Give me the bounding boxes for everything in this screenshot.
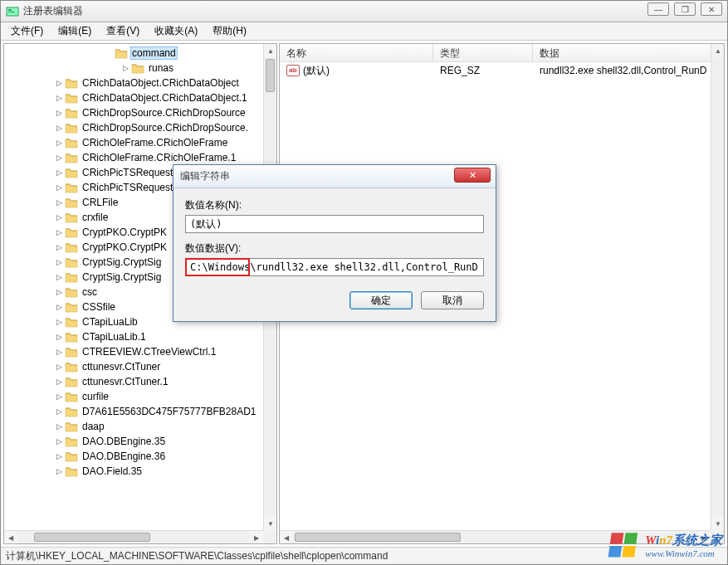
- tree-expander-icon[interactable]: ▷: [54, 437, 64, 446]
- scroll-right-icon[interactable]: ▶: [697, 531, 711, 544]
- tree-node-label: crxfile: [81, 212, 110, 223]
- tree-expander-icon[interactable]: ▷: [54, 198, 64, 207]
- tree-node[interactable]: ▷DAO.DBEngine.36: [4, 449, 263, 464]
- folder-icon: [65, 391, 78, 402]
- value-name-input[interactable]: [185, 215, 484, 233]
- tree-expander-icon[interactable]: ▷: [54, 407, 64, 416]
- string-value-icon: ab: [286, 65, 300, 76]
- tree-expander-icon[interactable]: ▷: [54, 139, 64, 147]
- maximize-button[interactable]: ❐: [674, 2, 696, 16]
- tree-expander-icon[interactable]: ▷: [54, 303, 64, 311]
- tree-node[interactable]: ▷daap: [4, 419, 263, 434]
- tree-scrollbar-horizontal[interactable]: ◀ ▶: [4, 530, 263, 543]
- tree-node-label: daap: [81, 421, 106, 432]
- tree-expander-icon[interactable]: ▷: [54, 183, 64, 192]
- column-header-name[interactable]: 名称: [280, 44, 433, 61]
- scroll-up-icon[interactable]: ▲: [264, 44, 277, 57]
- app-icon: [6, 5, 19, 18]
- menu-view[interactable]: 查看(V): [100, 22, 146, 40]
- tree-expander-icon[interactable]: ▷: [54, 258, 64, 266]
- menu-favorites[interactable]: 收藏夹(A): [148, 22, 204, 40]
- tree-expander-icon[interactable]: ▷: [54, 124, 64, 132]
- scroll-thumb-horizontal[interactable]: [34, 533, 150, 542]
- tree-node-label: CTREEVIEW.CTreeViewCtrl.1: [81, 346, 217, 358]
- scroll-down-icon[interactable]: ▼: [264, 517, 277, 530]
- folder-icon: [65, 465, 78, 477]
- tree-node[interactable]: ▷CRichOleFrame.CRichOleFrame.1: [4, 150, 263, 165]
- tree-expander-icon[interactable]: ▷: [54, 318, 64, 326]
- tree-node[interactable]: ▷curfile: [4, 389, 263, 404]
- tree-node-runas[interactable]: ▷runas: [4, 61, 263, 75]
- tree-expander-icon[interactable]: ▷: [54, 168, 64, 177]
- tree-node[interactable]: ▷CRichDataObject.CRichDataObject: [4, 75, 263, 90]
- tree-node-command[interactable]: command: [4, 46, 263, 61]
- tree-node[interactable]: ▷D7A61E5563DC475F75777BFB28AD1: [4, 404, 263, 419]
- column-header-type[interactable]: 类型: [433, 44, 533, 61]
- tree-node[interactable]: ▷CRichDataObject.CRichDataObject.1: [4, 90, 263, 105]
- tree-expander-icon[interactable]: ▷: [54, 273, 64, 281]
- tree-node[interactable]: ▷DAO.Field.35: [4, 464, 263, 479]
- column-header-data[interactable]: 数据: [533, 44, 724, 61]
- folder-icon: [65, 316, 78, 328]
- tree-expander-icon[interactable]: ▷: [54, 392, 64, 401]
- folder-icon: [65, 436, 78, 447]
- close-icon: ✕: [469, 170, 476, 181]
- tree-node[interactable]: ▷CTapiLuaLib.1: [4, 329, 263, 344]
- ok-button[interactable]: 确定: [349, 291, 413, 309]
- tree-expander-icon[interactable]: ▷: [54, 467, 64, 475]
- cancel-button[interactable]: 取消: [421, 291, 484, 309]
- tree-node[interactable]: ▷CRichDropSource.CRichDropSource.: [4, 120, 263, 135]
- list-scrollbar-horizontal[interactable]: ◀ ▶: [280, 530, 711, 543]
- tree-node-label: CryptSig.CryptSig: [81, 256, 163, 268]
- tree-expander-icon[interactable]: ▷: [54, 228, 64, 236]
- tree-node[interactable]: ▷CRichDropSource.CRichDropSource: [4, 105, 263, 120]
- menu-file[interactable]: 文件(F): [4, 22, 50, 40]
- tree-node-label: CRichOleFrame.CRichOleFrame: [81, 137, 229, 149]
- list-scrollbar-vertical[interactable]: ▲ ▼: [711, 44, 724, 530]
- value-data-input[interactable]: [185, 258, 484, 276]
- tree-expander-icon[interactable]: ▷: [54, 422, 64, 431]
- tree-expander-icon[interactable]: ▷: [54, 363, 64, 371]
- folder-icon: [115, 47, 128, 59]
- tree-expander-icon[interactable]: ▷: [54, 94, 64, 102]
- tree-node-label: D7A61E5563DC475F75777BFB28AD1: [81, 406, 257, 417]
- tree-expander-icon[interactable]: ▷: [54, 452, 64, 460]
- tree-expander-icon[interactable]: ▷: [54, 79, 64, 87]
- tree-node[interactable]: ▷cttunesvr.CtTuner: [4, 359, 263, 374]
- tree-expander-icon[interactable]: ▷: [54, 377, 64, 386]
- tree-expander-icon[interactable]: ▷: [54, 109, 64, 117]
- value-data: rundll32.exe shell32.dll,Control_RunD: [533, 64, 724, 77]
- scroll-thumb-horizontal[interactable]: [295, 533, 461, 542]
- tree-node-label: DAO.DBEngine.36: [81, 451, 167, 462]
- status-bar: 计算机\HKEY_LOCAL_MACHINE\SOFTWARE\Classes\…: [1, 547, 727, 564]
- scroll-down-icon[interactable]: ▼: [711, 517, 725, 530]
- tree-expander-icon[interactable]: ▷: [120, 64, 130, 72]
- scroll-left-icon[interactable]: ◀: [4, 531, 17, 544]
- tree-node-label: DAO.DBEngine.35: [81, 436, 167, 447]
- folder-icon: [65, 286, 78, 298]
- menu-edit[interactable]: 编辑(E): [51, 22, 98, 40]
- tree-node[interactable]: ▷cttunesvr.CtTuner.1: [4, 374, 263, 389]
- scroll-corner: [263, 530, 276, 543]
- close-button[interactable]: ✕: [701, 2, 722, 16]
- scroll-thumb-vertical[interactable]: [266, 59, 275, 92]
- tree-expander-icon[interactable]: ▷: [54, 348, 64, 356]
- dialog-titlebar[interactable]: 编辑字符串 ✕: [173, 165, 496, 188]
- svg-rect-1: [8, 9, 12, 11]
- scroll-corner: [711, 530, 724, 543]
- tree-expander-icon[interactable]: ▷: [54, 153, 64, 162]
- list-row[interactable]: ab(默认) REG_SZ rundll32.exe shell32.dll,C…: [280, 62, 724, 79]
- scroll-right-icon[interactable]: ▶: [250, 531, 263, 544]
- minimize-button[interactable]: —: [647, 2, 669, 16]
- scroll-left-icon[interactable]: ◀: [280, 531, 293, 544]
- tree-expander-icon[interactable]: ▷: [54, 333, 64, 341]
- tree-expander-icon[interactable]: ▷: [54, 243, 64, 251]
- tree-expander-icon[interactable]: ▷: [54, 288, 64, 296]
- tree-expander-icon[interactable]: ▷: [54, 213, 64, 222]
- tree-node[interactable]: ▷DAO.DBEngine.35: [4, 434, 263, 449]
- scroll-up-icon[interactable]: ▲: [711, 44, 725, 57]
- dialog-close-button[interactable]: ✕: [454, 168, 491, 183]
- menu-help[interactable]: 帮助(H): [206, 22, 253, 40]
- tree-node[interactable]: ▷CRichOleFrame.CRichOleFrame: [4, 135, 263, 150]
- tree-node[interactable]: ▷CTREEVIEW.CTreeViewCtrl.1: [4, 344, 263, 359]
